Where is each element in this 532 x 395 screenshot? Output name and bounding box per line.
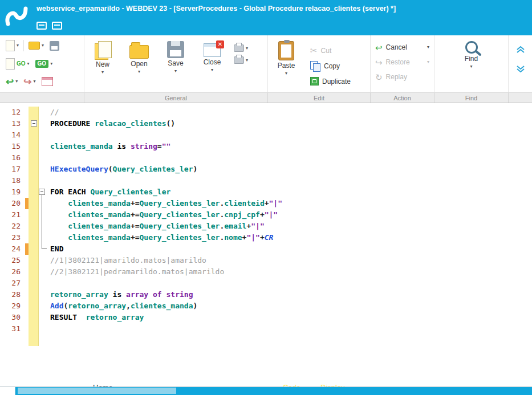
code-line-[interactable]	[0, 335, 532, 346]
code-line-13[interactable]: 13PROCEDURE relacao_clientes()	[0, 118, 532, 129]
print-preview-button[interactable]: ▾	[234, 44, 248, 52]
group-label-action: Action	[371, 93, 434, 103]
horizontal-scrollbar-thumb[interactable]	[18, 388, 176, 394]
change-bar-strip	[29, 141, 39, 152]
dropdown-caret-icon: ▾	[42, 43, 44, 48]
redo-arrow-icon: ↪	[23, 77, 31, 87]
new-quick-button[interactable]: ▾	[5, 39, 20, 52]
line-number: 29	[0, 300, 25, 312]
code-line-28[interactable]: 28retorno_array is array of string	[0, 289, 532, 300]
print-button[interactable]: ▾	[234, 56, 248, 64]
new-button[interactable]: New ▾	[84, 39, 121, 75]
monitor-icon[interactable]	[36, 22, 47, 30]
line-number: 21	[0, 209, 25, 221]
code-line-18[interactable]: 18	[0, 175, 532, 186]
change-bar-strip	[29, 152, 39, 164]
new-document-icon	[6, 40, 15, 51]
code-line-31[interactable]: 31	[0, 323, 532, 335]
scroll-corner	[0, 387, 15, 395]
collapse-ribbon-button[interactable]	[513, 64, 528, 74]
code-line-15[interactable]: 15clientes_manda is string=""	[0, 141, 532, 152]
line-number: 30	[0, 312, 25, 323]
save-icon	[50, 41, 59, 51]
dropdown-caret-icon: ▾	[427, 45, 429, 50]
dropdown-caret-icon: ▾	[246, 46, 248, 51]
save-quick-button[interactable]	[48, 40, 60, 51]
group-label-empty	[509, 93, 532, 103]
change-bar-strip	[29, 164, 39, 175]
code-line-30[interactable]: 30RESULT retorno_array	[0, 312, 532, 323]
code-line-20[interactable]: 20 clientes_manda+=Query_clientes_ler.cl…	[0, 198, 532, 209]
code-text: //2|3802121|pedramarildo.matos|amarildo	[39, 266, 224, 278]
code-line-24[interactable]: 24END	[0, 243, 532, 255]
duplicate-icon	[310, 77, 319, 85]
cut-icon: ✂	[310, 46, 318, 55]
code-line-26[interactable]: 26//2|3802121|pedramarildo.matos|amarild…	[0, 266, 532, 278]
code-line-29[interactable]: 29Add(retorno_array,clientes_manda)	[0, 300, 532, 312]
expand-ribbon-button[interactable]	[513, 44, 528, 55]
ribbon-collapse-controls	[509, 35, 532, 92]
open-quick-button[interactable]: ▾	[27, 41, 45, 50]
code-line-23[interactable]: 23 clientes_manda+=Query_clientes_ler.no…	[0, 232, 532, 243]
code-text: clientes_manda+=Query_clientes_ler.clien…	[39, 198, 282, 209]
undo-button[interactable]: ↩ ▾	[5, 76, 19, 87]
redo-button[interactable]: ↪ ▾	[22, 76, 36, 87]
fold-collapse-box[interactable]	[39, 189, 45, 195]
duplicate-button[interactable]: Duplicate	[310, 74, 351, 88]
replay-button[interactable]: ↻ Replay	[371, 70, 434, 84]
code-line-14[interactable]: 14	[0, 129, 532, 141]
open-folder-icon	[29, 42, 40, 50]
code-editor[interactable]: 12//13PROCEDURE relacao_clientes()1415cl…	[0, 103, 532, 386]
separator	[23, 40, 24, 51]
quick-row-run: GO ▾ GO ▾	[5, 56, 79, 71]
copy-icon	[310, 61, 320, 71]
code-text: PROCEDURE relacao_clientes()	[39, 118, 175, 129]
ribbon-group-general: New ▾ Open ▾ Save ▾ Close ▾ ▾	[84, 35, 268, 92]
quick-access-panel: ▾ ▾ GO ▾ GO ▾	[0, 35, 84, 92]
line-number: 20	[0, 198, 25, 209]
save-button[interactable]: Save ▾	[157, 39, 194, 74]
window-layout-button[interactable]	[40, 76, 54, 87]
duplicate-button-label: Duplicate	[322, 78, 351, 85]
keyboard-icon[interactable]	[52, 22, 62, 30]
dropdown-caret-icon: ▾	[50, 62, 52, 66]
go-test-button[interactable]: GO ▾	[34, 59, 54, 68]
open-button[interactable]: Open ▾	[121, 39, 157, 74]
group-label-edit: Edit	[268, 93, 371, 103]
save-icon	[167, 41, 184, 58]
magnifier-icon	[465, 41, 478, 54]
code-line-22[interactable]: 22 clientes_manda+=Query_clientes_ler.em…	[0, 221, 532, 232]
code-line-25[interactable]: 25//1|3802121|amarildo.matos|amarildo	[0, 255, 532, 266]
block-scope-line	[42, 195, 47, 249]
close-button[interactable]: Close ▾	[194, 39, 230, 72]
code-line-17[interactable]: 17HExecuteQuery(Query_clientes_ler)	[0, 164, 532, 175]
change-bar-strip	[29, 278, 39, 289]
restore-button[interactable]: ↪ Restore ▾	[371, 55, 434, 70]
printer-icon	[234, 56, 244, 64]
fold-collapse-box[interactable]	[31, 120, 37, 127]
code-line-21[interactable]: 21 clientes_manda+=Query_clientes_ler.cn…	[0, 209, 532, 221]
code-line-12[interactable]: 12//	[0, 107, 532, 118]
find-button-label: Find	[465, 55, 478, 63]
code-line-16[interactable]: 16	[0, 152, 532, 164]
ribbon: ▾ ▾ GO ▾ GO ▾	[0, 35, 532, 103]
line-number: 13	[0, 118, 25, 129]
find-button[interactable]: Find ▾	[453, 35, 490, 92]
cancel-button[interactable]: ↩ Cancel ▾	[371, 40, 434, 55]
code-line-19[interactable]: 19FOR EACH Query_clientes_ler	[0, 186, 532, 198]
paste-button[interactable]: Paste ▾	[268, 39, 304, 92]
cut-button[interactable]: ✂ Cut	[310, 43, 351, 58]
line-number: 25	[0, 255, 25, 266]
code-text: //	[39, 107, 59, 118]
line-number: 28	[0, 289, 25, 300]
restore-button-label: Restore	[386, 58, 410, 66]
test-project-button[interactable]: GO ▾	[5, 58, 31, 70]
ribbon-group-find: Find ▾	[434, 35, 509, 92]
change-bar-strip	[29, 255, 39, 266]
code-line-27[interactable]: 27	[0, 278, 532, 289]
change-bar-strip	[29, 323, 39, 335]
quick-row-undo: ↩ ▾ ↪ ▾	[5, 74, 79, 89]
line-number: 27	[0, 278, 25, 289]
copy-button[interactable]: Copy	[310, 59, 351, 73]
code-text: HExecuteQuery(Query_clientes_ler)	[39, 164, 197, 175]
